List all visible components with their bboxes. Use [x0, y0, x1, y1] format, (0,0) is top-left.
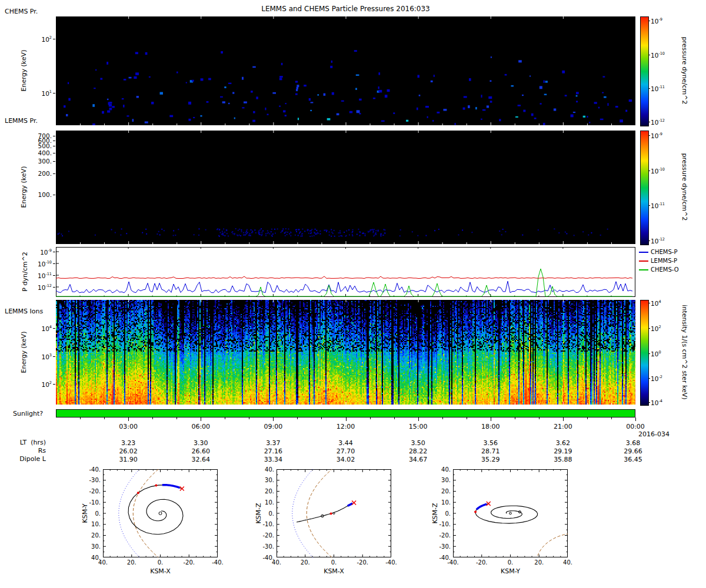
time-tick-mark	[346, 417, 347, 421]
ephemeris-value: 32.64	[192, 456, 211, 463]
time-tick-mark	[563, 417, 564, 421]
time-tick-label: 06:00	[191, 423, 210, 430]
time-tick-mark	[201, 417, 201, 421]
time-minor-tick	[394, 417, 395, 419]
orbit-y-tick-label: -30.	[255, 543, 274, 550]
colorbar-tick-mark	[648, 303, 650, 303]
orbit-plot-ksmy-ksmz	[453, 469, 568, 557]
orbit-y-tick-label: 0.	[81, 510, 101, 517]
end-date-label: 2016-034	[638, 431, 670, 438]
orbit-y-tick-label: 40.	[255, 466, 274, 473]
y-tick-label: 101	[22, 89, 52, 97]
orbit-y-tick-label: 20.	[431, 488, 451, 495]
y-tick-mark	[53, 328, 55, 329]
ephemeris-row-label-dipole: Dipole L	[9, 456, 46, 463]
orbit3-x-axis-label: KSM-Y	[453, 568, 568, 575]
chems-colorbar-label: pressure dyne/cm^2	[681, 37, 688, 105]
orbit-x-tick-label: -20.	[476, 559, 488, 566]
colorbar-tick-label: 104	[651, 299, 674, 307]
orbit-marker-dot	[474, 510, 477, 513]
y-tick-label: 10-12	[22, 283, 52, 291]
time-tick-mark	[273, 417, 274, 421]
orbit1-x-axis-label: KSM-X	[103, 568, 218, 575]
ephemeris-value: 3.68	[626, 439, 641, 447]
colorbar-tick-mark	[648, 205, 650, 206]
colorbar-tick-mark	[648, 402, 650, 403]
y-tick-label: 102	[22, 35, 52, 43]
colorbar-tick-mark	[648, 328, 650, 329]
legend-line	[639, 269, 648, 270]
ephemeris-row-label-lt: LT (hrs)	[9, 439, 46, 446]
time-tick-label: 18:00	[481, 423, 500, 430]
ephemeris-value: 36.45	[624, 456, 642, 463]
chems-colorbar	[640, 16, 649, 126]
time-tick-label: 12:00	[337, 423, 355, 430]
plot-page: LEMMS and CHEMS Particle Pressures 2016:…	[0, 0, 706, 588]
colorbar-tick-label: 10-9	[651, 17, 674, 25]
y-tick-mark	[53, 384, 55, 385]
colorbar-tick-label: 10-2	[651, 375, 674, 382]
colorbar-tick-label: 10-12	[651, 237, 674, 245]
lemms-colorbar-label: pressure dyne/cm^2	[681, 153, 688, 221]
time-minor-tick	[442, 417, 443, 419]
orbit-frame	[277, 470, 391, 557]
orbit-x-tick-label: -40.	[212, 559, 224, 566]
y-tick-label: 10-9	[22, 248, 52, 256]
time-tick-mark	[418, 417, 419, 421]
y-tick-mark	[53, 263, 55, 264]
orbit-frame	[104, 470, 218, 557]
y-tick-label: 10-10	[22, 260, 52, 268]
ephemeris-row-label-rs: Rs	[9, 447, 46, 455]
ephemeris-value: 28.22	[409, 447, 428, 455]
colorbar-tick-mark	[648, 55, 650, 55]
lemms-colorbar	[640, 131, 649, 245]
orbit2-x-axis-label: KSM-X	[277, 568, 391, 575]
time-minor-tick	[611, 417, 612, 419]
legend-line	[639, 252, 648, 253]
orbit-marker-dot	[137, 492, 139, 494]
y-tick-mark	[53, 136, 55, 136]
orbit-x-tick-label: -20.	[357, 559, 368, 566]
orbit-y-tick-label: -20.	[81, 488, 101, 495]
orbit-y-tick-label: 0.	[255, 510, 274, 517]
ions-colorbar	[640, 300, 649, 406]
orbit-y-tick-label: -30.	[431, 543, 451, 550]
y-tick-mark	[53, 356, 55, 357]
colorbar-tick-mark	[648, 378, 650, 379]
orbit-y-tick-label: 10.	[255, 499, 274, 506]
orbit-x-tick-label: -40.	[385, 559, 397, 566]
colorbar-tick-label: 10-10	[651, 51, 674, 59]
orbit-y-tick-label: -20.	[255, 532, 274, 539]
lemms-spectrogram	[56, 131, 635, 244]
orbit-y-tick-label: -10.	[255, 521, 274, 527]
orbit-x-tick-label: 0.	[158, 559, 164, 566]
sunlight-bar	[56, 409, 635, 417]
time-minor-tick	[587, 417, 588, 419]
legend-item: LEMMS-P	[639, 258, 677, 264]
y-tick-mark	[53, 39, 55, 39]
colorbar-tick-label: 10-11	[651, 85, 674, 92]
ephemeris-value: 28.71	[481, 447, 500, 455]
ephemeris-value: 29.19	[554, 447, 572, 455]
time-minor-tick	[515, 417, 515, 419]
orbit-x-tick-label: -40.	[447, 559, 459, 566]
orbit-y-tick-label: 40.	[81, 554, 101, 561]
time-minor-tick	[104, 417, 105, 419]
orbit-y-tick-label: 10.	[431, 499, 451, 506]
ephemeris-value: 3.62	[556, 439, 571, 447]
orbit-x-tick-label: 40.	[272, 559, 281, 566]
colorbar-tick-mark	[648, 353, 650, 354]
legend-item: CHEMS-O	[639, 266, 679, 273]
y-tick-label: 102	[22, 380, 52, 388]
legend-item: CHEMS-P	[639, 249, 677, 255]
y-tick-label: 104	[22, 325, 52, 332]
ephemeris-value: 35.88	[554, 456, 572, 463]
ephemeris-value: 3.23	[121, 439, 136, 447]
time-minor-tick	[152, 417, 153, 419]
ions-panel-label: LEMMS Ions	[5, 308, 43, 315]
colorbar-tick-label: 10-9	[651, 132, 674, 139]
orbit-y-tick-label: 20.	[81, 532, 101, 539]
time-tick-label: 09:00	[264, 423, 283, 430]
orbit-x-tick-label: 20.	[301, 559, 310, 566]
ephemeris-value: 27.70	[337, 447, 355, 455]
